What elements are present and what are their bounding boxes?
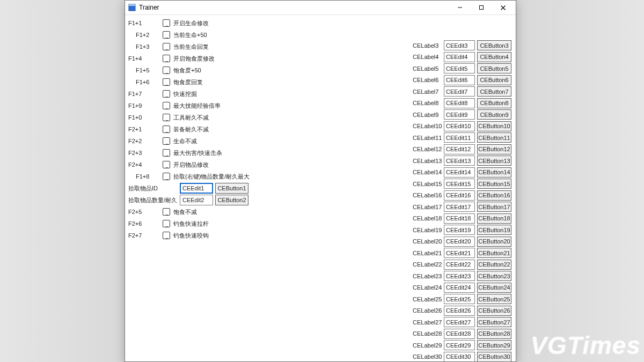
hotkey-toggle[interactable] [163,232,170,239]
ce-button[interactable]: CEButton5 [477,63,511,73]
ce-button[interactable]: CEButton14 [477,167,511,178]
hotkey-toggle[interactable] [163,55,170,62]
hotkey-toggle[interactable] [163,149,170,157]
close-button[interactable] [492,1,514,14]
ce-button[interactable]: CEButton13 [477,156,511,166]
pickup-row: 拾取物品IDCEButton1 [128,182,250,194]
hotkey-toggle[interactable] [163,102,170,109]
ce-edit[interactable] [444,202,475,212]
ce-button[interactable]: CEButton8 [477,98,511,108]
maximize-button[interactable] [471,1,492,14]
ce-button[interactable]: CEButton26 [477,306,511,316]
ce-edit[interactable] [444,63,475,73]
ce-button[interactable]: CEButton19 [477,225,511,235]
ce-button[interactable]: CEButton30 [477,352,511,361]
ce-button[interactable]: CEButton24 [477,283,511,293]
ce-button[interactable]: CEButton28 [477,329,511,339]
ce-row: CELabel18CEButton18 [413,213,511,225]
ce-label: CELabel20 [413,238,444,245]
ce-label: CELabel16 [413,192,444,198]
ce-edit[interactable] [444,213,475,224]
ce-edit[interactable] [444,156,475,166]
ce-button[interactable]: CEButton6 [477,75,511,85]
ce-edit[interactable] [444,271,475,281]
ce-edit[interactable] [444,167,475,178]
ce-label: CELabel8 [413,100,444,106]
pickup-edit[interactable] [180,195,213,205]
ce-edit[interactable] [444,340,475,350]
pickup-button[interactable]: CEButton2 [215,195,248,205]
hotkey-toggle[interactable] [163,114,170,121]
hotkey-toggle[interactable] [163,43,170,50]
ce-button[interactable]: CEButton17 [477,202,511,212]
ce-edit[interactable] [444,109,475,120]
ce-edit[interactable] [444,190,475,201]
ce-button[interactable]: CEButton18 [477,213,511,224]
ce-edit[interactable] [444,86,475,97]
ce-button[interactable]: CEButton3 [477,40,511,50]
ce-row: CELabel29CEButton29 [413,339,511,351]
hotkey-key: F1+5 [136,67,163,73]
hotkey-toggle[interactable] [163,137,170,145]
ce-edit[interactable] [444,294,475,304]
hotkey-toggle[interactable] [163,125,170,133]
hotkey-toggle[interactable] [163,19,170,27]
ce-edit[interactable] [444,237,475,247]
ce-button[interactable]: CEButton10 [477,121,511,131]
hotkey-toggle[interactable] [163,31,170,39]
ce-edit[interactable] [444,306,475,316]
ce-button[interactable]: CEButton20 [477,237,511,247]
ce-row: CELabel21CEButton21 [413,247,511,259]
ce-edit[interactable] [444,317,475,327]
hotkey-toggle[interactable] [163,173,170,180]
ce-edit[interactable] [444,329,475,339]
ce-button[interactable]: CEButton25 [477,294,511,304]
hotkey-key: F1+4 [128,55,163,62]
ce-button[interactable]: CEButton4 [477,52,511,62]
hotkey-toggle[interactable] [163,78,170,86]
ce-button[interactable]: CEButton23 [477,271,511,281]
ce-edit[interactable] [444,283,475,293]
ce-edit[interactable] [444,260,475,270]
ce-edit[interactable] [444,144,475,154]
hotkey-row: F1+2当前生命+50 [128,29,250,41]
ce-edit[interactable] [444,98,475,108]
ce-button[interactable]: CEButton9 [477,109,511,120]
hotkey-key: F2+3 [128,150,163,156]
titlebar[interactable]: Trainer [125,1,516,15]
pickup-edit[interactable] [180,183,213,194]
ce-label: CELabel21 [413,250,444,256]
ce-edit[interactable] [444,132,475,143]
ce-button[interactable]: CEButton21 [477,248,511,258]
ce-edit[interactable] [444,248,475,258]
hotkey-toggle[interactable] [163,90,170,98]
ce-button[interactable]: CEButton16 [477,190,511,201]
pickup-button[interactable]: CEButton1 [215,183,248,194]
hotkey-toggle[interactable] [163,67,170,74]
hotkey-toggle[interactable] [163,220,170,227]
ce-button[interactable]: CEButton15 [477,179,511,189]
hotkey-key: F1+0 [128,114,163,121]
ce-button[interactable]: CEButton7 [477,86,511,97]
ce-button[interactable]: CEButton22 [477,260,511,270]
ce-label: CELabel27 [413,319,444,326]
ce-row: CELabel22CEButton22 [413,259,511,271]
ce-edit[interactable] [444,121,475,131]
minimize-button[interactable] [449,1,471,14]
hotkey-row: F2+5饱食不减 [128,206,250,218]
ce-edit[interactable] [444,352,475,361]
hotkey-toggle[interactable] [163,161,170,168]
ce-edit[interactable] [444,40,475,50]
ce-edit[interactable] [444,179,475,189]
ce-button[interactable]: CEButton12 [477,144,511,154]
ce-edit[interactable] [444,225,475,235]
ce-edit[interactable] [444,75,475,85]
ce-button[interactable]: CEButton11 [477,132,511,143]
ce-label: CELabel14 [413,169,444,175]
ce-button[interactable]: CEButton29 [477,340,511,350]
hotkey-label: 开启生命修改 [173,19,209,27]
ce-edit[interactable] [444,52,475,62]
hotkey-toggle[interactable] [163,208,170,216]
pickup-label: 拾取物品ID [128,184,180,193]
ce-button[interactable]: CEButton27 [477,317,511,327]
